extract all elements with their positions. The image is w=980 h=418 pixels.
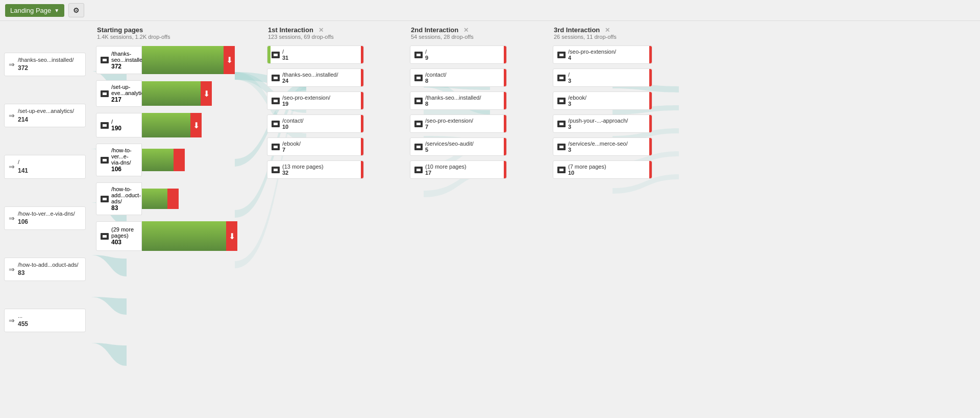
gear-button[interactable]: ⚙ [68,3,84,17]
drop-arrow-6: ⬇ [229,231,235,241]
tbl-icon-i3-5 [557,144,566,150]
starting-bar-6[interactable]: (29 more pages) 403 ⬇ [96,221,237,251]
close-icon-3[interactable]: ✕ [605,27,610,34]
toolbar: Landing Page ▼ ⚙ [0,0,980,21]
int1-node-4[interactable]: /contact/ 10 [267,114,364,133]
int2-node-1[interactable]: / 9 [410,45,507,64]
arrow-icon-2: ⇒ [9,111,15,120]
red-bar-i2-2 [504,69,506,86]
starting-bar-5[interactable]: /how-to-add...oduct-ads/ 83 [96,182,237,215]
starting-bar-4[interactable]: /how-to-ver...e-via-dns/ 106 [96,144,237,176]
tbl-icon-i1-5 [272,144,280,150]
starting-bar-2[interactable]: /set-up-eve...analytics/ 217 ⬇ [96,80,237,107]
tbl-icon-i1-4 [272,121,280,127]
drop-arrow-2: ⬇ [203,89,210,99]
tbl-icon-i1-1 [272,52,280,58]
int3-node-4[interactable]: /push-your-...-approach/ 3 [553,114,652,133]
red-bar-i3-5 [649,138,652,155]
landing-node-3[interactable]: ⇒ / 141 [4,155,86,178]
green-left-bar [267,46,271,63]
landing-node-3-text: / 141 [18,158,28,175]
landing-node-2-text: /set-up-eve...analytics/ 214 [18,107,74,124]
drop-arrow-1: ⬇ [226,55,233,65]
red-bar-i2-5 [504,138,506,155]
landing-node-4-text: /how-to-ver...e-via-dns/ 106 [18,210,75,226]
red-bar-i2-3 [504,92,506,109]
red-bar-i2-6 [504,161,506,178]
tbl-icon-i2-5 [414,144,423,150]
red-bar-i1-4 [361,115,363,132]
tbl-icon-i3-1 [557,52,566,58]
red-bar-i3-6 [649,161,652,178]
tbl-icon-i2-3 [414,98,423,104]
landing-node-2[interactable]: ⇒ /set-up-eve...analytics/ 214 [4,104,86,127]
arrow-icon-1: ⇒ [9,60,15,68]
tbl-icon-i1-6 [272,167,280,173]
landing-node-5[interactable]: ⇒ /how-to-add...oduct-ads/ 83 [4,258,86,281]
interaction3-header: 3rd Interaction ✕ 26 sessions, 11 drop-o… [549,26,666,44]
interaction2-column: 2nd Interaction ✕ 54 sessions, 28 drop-o… [406,26,518,334]
landing-page-dropdown[interactable]: Landing Page ▼ [5,4,64,17]
table-icon-2 [101,90,109,97]
int2-node-3[interactable]: /thanks-seo...installed/ 8 [410,91,507,110]
int1-node-5[interactable]: /ebook/ 7 [267,137,364,156]
interaction3-column: 3rd Interaction ✕ 26 sessions, 11 drop-o… [549,26,666,334]
int2-node-5[interactable]: /services/seo-audit/ 5 [410,137,507,156]
table-icon-5 [101,196,109,202]
columns-wrapper: ⇒ /thanks-seo...installed/ 372 ⇒ /set-up… [0,26,980,334]
int3-node-3[interactable]: /ebook/ 3 [553,91,652,110]
starting-bar-1[interactable]: /thanks-seo...installed/ 372 ⬇ [96,46,237,74]
landing-node-1-text: /thanks-seo...installed/ 372 [18,56,74,73]
tbl-icon-i3-3 [557,98,566,104]
red-bar-i3-1 [649,46,652,63]
red-bar-i2-1 [504,46,506,63]
red-bar-i3-3 [649,92,652,109]
landing-node-6-text: ... 455 [18,312,28,329]
close-icon-1[interactable]: ✕ [318,27,324,34]
int1-node-3[interactable]: /seo-pro-extension/ 19 [267,91,364,110]
int3-node-6[interactable]: (7 more pages) 10 [553,160,652,179]
tbl-icon-i2-2 [414,75,423,81]
int2-node-2[interactable]: /contact/ 8 [410,68,507,87]
int3-node-2[interactable]: / 3 [553,68,652,87]
tbl-icon-i2-1 [414,52,423,58]
red-bar-i1-6 [361,161,363,178]
red-bar-i1-2 [361,69,363,86]
landing-column: ⇒ /thanks-seo...installed/ 372 ⇒ /set-up… [0,26,92,334]
close-icon-2[interactable]: ✕ [463,27,469,34]
int1-node-6[interactable]: (13 more pages) 32 [267,160,364,179]
tbl-icon-i3-4 [557,121,566,127]
starting-column: Starting pages 1.4K sessions, 1.2K drop-… [92,26,237,334]
int2-node-4[interactable]: /seo-pro-extension/ 7 [410,114,507,133]
tbl-icon-i2-6 [414,167,423,173]
red-bar-i3-2 [649,69,652,86]
drop-arrow-3: ⬇ [193,121,200,130]
red-bar-i1-1 [361,46,363,63]
interaction2-header: 2nd Interaction ✕ 54 sessions, 28 drop-o… [406,26,518,44]
red-bar-i3-4 [649,115,652,132]
table-icon-6 [101,233,109,240]
landing-node-4[interactable]: ⇒ /how-to-ver...e-via-dns/ 106 [4,206,86,230]
int1-node-2[interactable]: /thanks-seo...installed/ 24 [267,68,364,87]
landing-node-5-text: /how-to-add...oduct-ads/ 83 [18,261,79,277]
table-icon-4 [101,157,109,164]
red-bar-i1-3 [361,92,363,109]
chevron-down-icon: ▼ [54,8,59,13]
table-icon-3 [101,122,109,129]
starting-bar-3[interactable]: / 190 ⬇ [96,113,237,137]
arrow-icon-3: ⇒ [9,162,15,171]
interaction1-header: 1st Interaction ✕ 123 sessions, 69 drop-… [263,26,375,44]
starting-header: Starting pages 1.4K sessions, 1.2K drop-… [92,26,237,44]
int2-node-6[interactable]: (10 more pages) 17 [410,160,507,179]
tbl-icon-i1-3 [272,98,280,104]
gear-icon: ⚙ [73,6,80,14]
landing-node-6[interactable]: ⇒ ... 455 [4,309,86,332]
tbl-icon-i3-2 [557,75,566,81]
int3-node-1[interactable]: /seo-pro-extension/ 4 [553,45,652,64]
int3-node-5[interactable]: /services/e...merce-seo/ 3 [553,137,652,156]
tbl-icon-i3-6 [557,167,566,173]
tbl-icon-i1-2 [272,75,280,81]
interaction1-column: 1st Interaction ✕ 123 sessions, 69 drop-… [263,26,375,334]
landing-node-1[interactable]: ⇒ /thanks-seo...installed/ 372 [4,53,86,76]
int1-node-1[interactable]: / 31 [267,45,364,64]
